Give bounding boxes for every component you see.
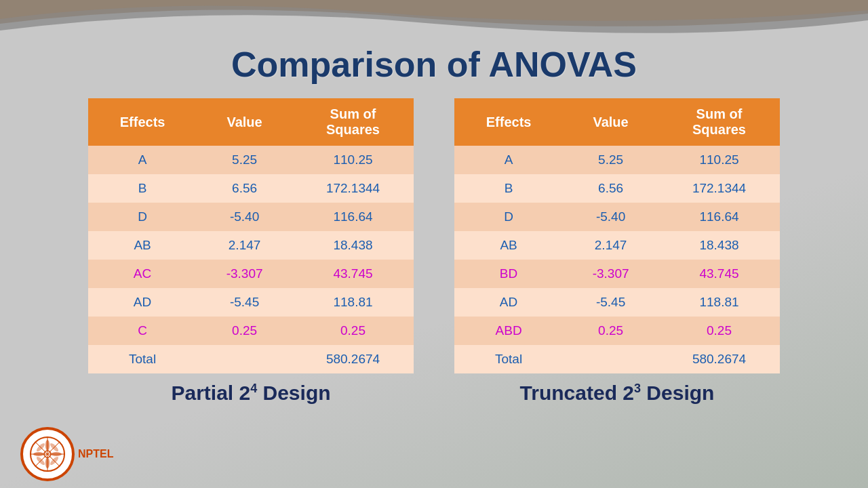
left-row-effect: A [88,146,197,174]
right-table-section: Effects Value Sum ofSquares A5.25110.25B… [454,98,780,405]
left-row-effect: AB [88,231,197,260]
left-row-value: 0.25 [197,317,292,345]
left-header-effects: Effects [88,98,197,146]
table-row: A5.25110.25 [454,146,780,174]
right-row-value: 2.147 [563,231,658,260]
left-table: Effects Value Sum ofSquares A5.25110.25B… [88,98,414,373]
left-row-effect: D [88,203,197,231]
left-row-ss: 116.64 [292,203,414,231]
right-row-effect: B [454,174,563,203]
right-row-effect: Total [454,345,563,373]
logo-svg [27,434,68,474]
svg-point-6 [45,440,50,451]
right-row-effect: D [454,203,563,231]
left-row-ss: 172.1344 [292,174,414,203]
right-row-ss: 43.745 [658,260,780,288]
left-row-value: -5.40 [197,203,292,231]
right-row-value: -5.40 [563,203,658,231]
right-row-effect: A [454,146,563,174]
table-row: D-5.40116.64 [454,203,780,231]
right-row-value: 5.25 [563,146,658,174]
right-row-value [563,345,658,373]
table-row: AB2.14718.438 [454,231,780,260]
right-row-effect: AB [454,231,563,260]
right-header-ss: Sum ofSquares [658,98,780,146]
left-row-value: -5.45 [197,288,292,317]
right-table-label: Truncated 23 Design [520,382,715,405]
page-title: Comparison of ANOVAS [231,44,637,85]
left-row-effect: Total [88,345,197,373]
left-header-ss: Sum ofSquares [292,98,414,146]
table-row: Total580.2674 [454,345,780,373]
svg-point-8 [33,452,44,456]
table-row: AD-5.45118.81 [454,288,780,317]
right-header-value: Value [563,98,658,146]
svg-point-7 [45,458,50,468]
left-row-value: 5.25 [197,146,292,174]
table-row: C0.250.25 [88,317,414,345]
right-row-value: -3.307 [563,260,658,288]
right-row-ss: 118.81 [658,288,780,317]
table-row: B6.56172.1344 [454,174,780,203]
left-row-value: 6.56 [197,174,292,203]
right-row-effect: ABD [454,317,563,345]
table-row: BD-3.30743.745 [454,260,780,288]
nptel-logo: NPTEL [20,427,113,481]
left-row-effect: C [88,317,197,345]
right-row-ss: 580.2674 [658,345,780,373]
table-row: Total580.2674 [88,345,414,373]
main-content: Comparison of ANOVAS Effects Value Sum o… [0,0,868,488]
left-row-effect: AD [88,288,197,317]
right-row-ss: 172.1344 [658,174,780,203]
left-table-section: Effects Value Sum ofSquares A5.25110.25B… [88,98,414,405]
right-row-effect: BD [454,260,563,288]
right-row-value: 6.56 [563,174,658,203]
right-header-effects: Effects [454,98,563,146]
table-row: D-5.40116.64 [88,203,414,231]
left-table-label: Partial 24 Design [171,382,330,405]
right-row-value: -5.45 [563,288,658,317]
right-row-ss: 110.25 [658,146,780,174]
right-row-ss: 116.64 [658,203,780,231]
left-row-ss: 118.81 [292,288,414,317]
table-row: ABD0.250.25 [454,317,780,345]
tables-container: Effects Value Sum ofSquares A5.25110.25B… [0,98,868,405]
table-row: B6.56172.1344 [88,174,414,203]
left-row-value: -3.307 [197,260,292,288]
table-row: AB2.14718.438 [88,231,414,260]
left-row-ss: 0.25 [292,317,414,345]
left-row-effect: B [88,174,197,203]
left-header-value: Value [197,98,292,146]
left-row-ss: 110.25 [292,146,414,174]
right-row-effect: AD [454,288,563,317]
table-row: AC-3.30743.745 [88,260,414,288]
logo-circle [20,427,75,481]
left-row-ss: 43.745 [292,260,414,288]
nptel-text: NPTEL [78,448,113,460]
svg-point-9 [51,452,62,456]
table-row: A5.25110.25 [88,146,414,174]
right-row-value: 0.25 [563,317,658,345]
right-row-ss: 18.438 [658,231,780,260]
left-row-value [197,345,292,373]
left-row-effect: AC [88,260,197,288]
table-row: AD-5.45118.81 [88,288,414,317]
left-row-ss: 580.2674 [292,345,414,373]
left-row-value: 2.147 [197,231,292,260]
right-row-ss: 0.25 [658,317,780,345]
right-table: Effects Value Sum ofSquares A5.25110.25B… [454,98,780,373]
left-row-ss: 18.438 [292,231,414,260]
